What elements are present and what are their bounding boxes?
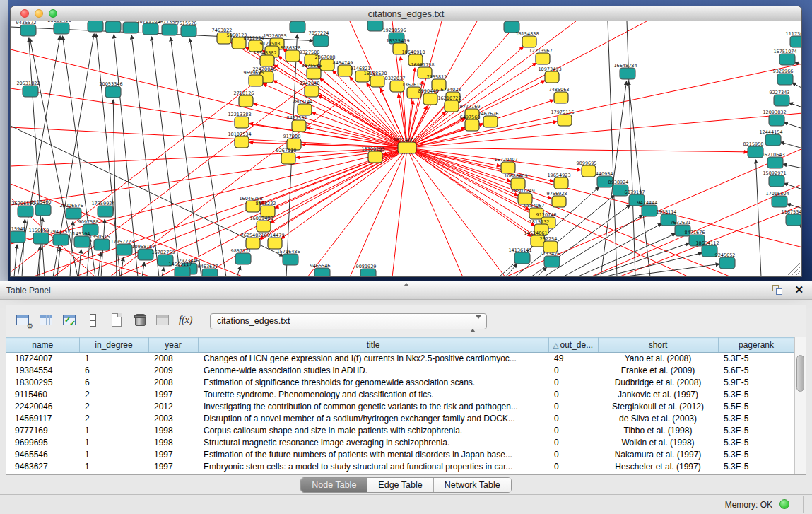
table-cell[interactable]: 19384554 — [6, 365, 79, 377]
panel-splitter-handle[interactable] — [404, 283, 409, 286]
table-cell[interactable]: Estimation of significance thresholds fo… — [198, 377, 548, 389]
graph-node[interactable] — [162, 24, 177, 35]
graph-node[interactable] — [249, 75, 263, 86]
column-header-short[interactable]: short — [598, 338, 718, 353]
graph-node[interactable] — [786, 214, 801, 226]
select-columns-icon[interactable]: ✓ ✓ — [60, 312, 81, 330]
table-cell[interactable]: 5.3E-5 — [718, 353, 794, 365]
graph-node[interactable] — [286, 50, 300, 62]
create-column-icon[interactable] — [107, 312, 128, 330]
function-builder-icon[interactable]: f(x) — [177, 312, 198, 330]
table-cell[interactable]: 14569117 — [6, 413, 79, 425]
graph-node[interactable] — [398, 142, 416, 153]
graph-node[interactable] — [202, 269, 218, 276]
table-cell[interactable]: 2 — [79, 401, 148, 413]
table-cell[interactable]: 1997 — [148, 389, 198, 401]
graph-node[interactable] — [105, 86, 121, 98]
graph-node[interactable] — [543, 241, 558, 252]
table-row[interactable]: 1456911722003Disruption of a novel membe… — [6, 413, 794, 425]
graph-node[interactable] — [246, 238, 260, 249]
table-row[interactable]: 1938455462009Genome-wide association stu… — [6, 365, 794, 377]
graph-node[interactable] — [777, 74, 793, 85]
table-cell[interactable]: 9115460 — [6, 389, 79, 401]
table-cell[interactable]: 5.6E-5 — [718, 365, 794, 377]
graph-node[interactable] — [582, 165, 596, 177]
table-cell[interactable]: Investigating the contribution of common… — [198, 401, 548, 413]
table-row[interactable]: 1830029562008Estimation of significance … — [6, 377, 794, 389]
table-cell[interactable]: Stergiakouli et al. (2012) — [598, 401, 718, 413]
column-header-year[interactable]: year — [148, 338, 198, 353]
window-resize-grip[interactable] — [796, 271, 800, 275]
show-columns-icon[interactable] — [37, 312, 58, 330]
graph-node[interactable] — [74, 236, 90, 247]
table-cell[interactable]: Corpus callosum shape and size in male p… — [198, 425, 548, 437]
scrollbar-thumb[interactable] — [796, 355, 804, 392]
table-cell[interactable]: 5.3E-5 — [718, 425, 794, 437]
table-row[interactable]: 969969511998Structural magnetic resonanc… — [6, 437, 794, 449]
table-cell[interactable]: 1 — [79, 353, 148, 365]
table-cell[interactable]: 5.5E-5 — [718, 401, 794, 413]
graph-node[interactable] — [445, 100, 459, 112]
window-resize-grip[interactable] — [792, 267, 800, 275]
table-cell[interactable]: 18724007 — [6, 353, 79, 365]
table-cell[interactable]: 0 — [548, 425, 598, 437]
table-cell[interactable]: 2012 — [148, 401, 198, 413]
close-panel-icon[interactable]: ✕ — [794, 284, 804, 296]
table-row[interactable]: 946554611997Estimation of the future num… — [6, 449, 794, 461]
table-row[interactable]: 2242004622012Investigating the contribut… — [6, 401, 794, 413]
table-cell[interactable]: Structural magnetic resonance image aver… — [198, 437, 548, 449]
graph-node[interactable] — [305, 86, 319, 97]
graph-node[interactable] — [290, 21, 305, 33]
table-cell[interactable]: 5.9E-5 — [718, 377, 794, 389]
network-canvas[interactable]: 1872400794355722069140610653287152760264… — [11, 21, 801, 276]
table-row[interactable]: 911546021997Tourette syndrome. Phenomeno… — [6, 389, 794, 401]
graph-node[interactable] — [117, 244, 132, 255]
graph-node[interactable] — [105, 21, 121, 33]
graph-node[interactable] — [765, 134, 781, 146]
table-cell[interactable]: Franke et al. (2009) — [598, 365, 718, 377]
graph-node[interactable] — [298, 104, 312, 115]
graph-node[interactable] — [175, 267, 190, 276]
table-cell[interactable]: 0 — [548, 449, 598, 461]
graph-node[interactable] — [314, 268, 330, 276]
graph-node[interactable] — [554, 177, 568, 189]
graph-node[interactable] — [790, 36, 801, 47]
table-cell[interactable]: 5.3E-5 — [718, 413, 794, 425]
graph-node[interactable] — [235, 136, 249, 148]
table-row[interactable]: 1872400712008Changes of HCN gene express… — [6, 353, 794, 365]
column-header-name[interactable]: name — [6, 338, 79, 353]
table-cell[interactable]: Wolkin et al. (1998) — [598, 437, 718, 449]
tab-edge-table[interactable]: Edge Table — [367, 478, 433, 492]
graph-node[interactable] — [268, 238, 282, 249]
table-cell[interactable]: 0 — [548, 377, 598, 389]
table-cell[interactable]: 5.3E-5 — [718, 449, 794, 461]
tab-network-table[interactable]: Network Table — [434, 478, 511, 492]
graph-node[interactable] — [292, 120, 306, 132]
table-cell[interactable]: Dudbridge et al. (2008) — [598, 377, 718, 389]
table-cell[interactable]: 6 — [79, 365, 148, 377]
table-row[interactable]: 946362711997Embryonic stem cells: a mode… — [6, 461, 794, 473]
table-cell[interactable]: 9777169 — [6, 425, 79, 437]
table-cell[interactable]: Tibbo et al. (1998) — [598, 425, 718, 437]
graph-node[interactable] — [558, 115, 572, 126]
graph-node[interactable] — [260, 55, 274, 66]
table-cell[interactable]: 0 — [548, 437, 598, 449]
table-cell[interactable]: 49 — [548, 353, 598, 365]
column-header-title[interactable]: title — [198, 338, 548, 353]
vertical-scrollbar[interactable] — [794, 337, 806, 474]
table-cell[interactable]: 1 — [79, 461, 148, 473]
table-cell[interactable]: Hescheler et al. (1997) — [598, 461, 718, 473]
graph-node[interactable] — [54, 23, 69, 34]
table-cell[interactable]: 5.3E-5 — [718, 437, 794, 449]
table-cell[interactable]: 9699695 — [6, 437, 79, 449]
graph-node[interactable] — [235, 253, 251, 264]
float-panel-icon[interactable] — [772, 285, 784, 296]
table-cell[interactable]: 2 — [79, 389, 148, 401]
graph-node[interactable] — [367, 21, 383, 31]
graph-node[interactable] — [88, 21, 103, 32]
graph-node[interactable] — [313, 35, 329, 47]
table-cell[interactable]: Tourette syndrome. Phenomenology and cla… — [198, 389, 548, 401]
graph-node[interactable] — [143, 23, 158, 35]
graph-node[interactable] — [423, 93, 437, 105]
graph-node[interactable] — [283, 254, 298, 265]
